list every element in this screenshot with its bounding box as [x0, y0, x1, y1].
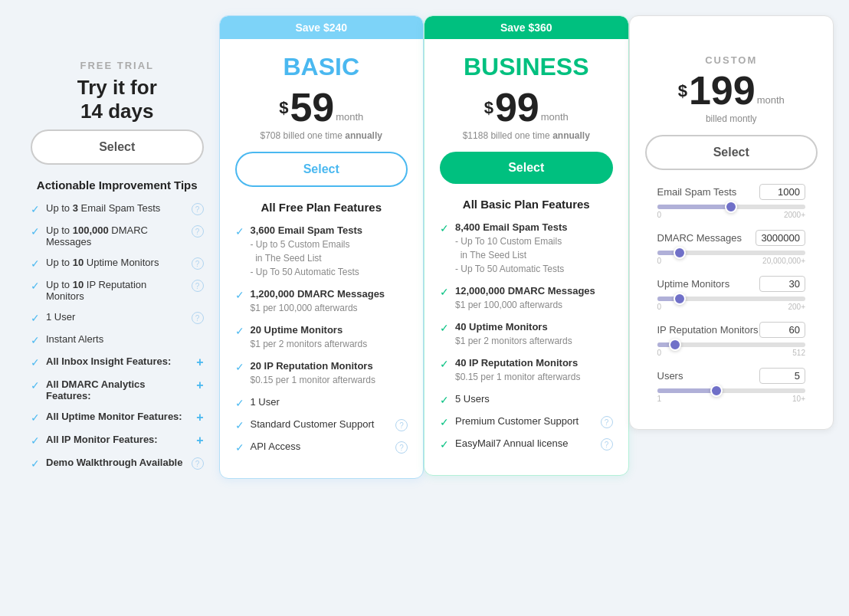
- slider-dmarc-value[interactable]: 3000000: [756, 230, 805, 246]
- business-price-row: $ 99 month: [440, 87, 613, 127]
- list-item: ✓ 40 Uptime Monitors $1 per 2 monitors a…: [440, 321, 613, 348]
- basic-price-dollar: $: [279, 98, 288, 118]
- slider-min: 0: [657, 257, 662, 265]
- slider-ip-rep: IP Reputation Monitors 60 0 512: [657, 322, 806, 357]
- check-icon: ✓: [31, 356, 40, 369]
- feature-label: All Inbox Insight Features:: [46, 356, 190, 367]
- check-icon: ✓: [235, 361, 244, 373]
- help-icon[interactable]: ?: [192, 203, 204, 215]
- feature-label: Demo Walkthrough Available: [46, 457, 185, 468]
- expand-icon[interactable]: +: [196, 356, 203, 369]
- slider-users-value[interactable]: 5: [759, 368, 805, 384]
- check-icon: ✓: [235, 441, 244, 454]
- custom-select-button[interactable]: Select: [645, 135, 818, 170]
- check-icon: ✓: [440, 358, 449, 370]
- expand-icon[interactable]: +: [196, 411, 203, 424]
- basic-price-period: month: [336, 111, 363, 123]
- list-item: ✓ Up to 10 Uptime Monitors ?: [31, 257, 204, 270]
- help-icon[interactable]: ?: [192, 312, 204, 324]
- list-item: ✓ Premium Customer Support ?: [440, 415, 613, 428]
- feature-label: 3,600 Email Spam Tests - Up to 5 Custom …: [251, 224, 408, 279]
- slider-email-spam-thumb[interactable]: [725, 201, 737, 213]
- slider-uptime: Uptime Monitors 30 0 200+: [657, 276, 806, 311]
- slider-email-spam-track[interactable]: [657, 205, 806, 209]
- business-price-dollar: $: [484, 98, 493, 118]
- feature-label: All Uptime Monitor Features:: [46, 411, 190, 422]
- feature-label: API Access: [251, 441, 390, 452]
- feature-label: Up to 10 Uptime Monitors: [46, 257, 185, 268]
- list-item: ✓ All DMARC AnalyticsFeatures: +: [31, 378, 204, 401]
- slider-max: 512: [792, 349, 805, 357]
- help-icon[interactable]: ?: [192, 225, 204, 238]
- free-type-label: FREE TRIAL: [31, 60, 204, 71]
- check-icon: ✓: [235, 225, 244, 238]
- feature-label: EasyMail7 Annual license: [455, 437, 595, 449]
- custom-price-dollar: $: [678, 81, 687, 101]
- slider-users-track[interactable]: [657, 388, 806, 393]
- list-item: ✓ 12,000,000 DMARC Messages $1 per 100,0…: [440, 285, 613, 312]
- business-select-button[interactable]: Select: [440, 152, 613, 184]
- slider-uptime-thumb[interactable]: [674, 293, 686, 305]
- check-icon: ✓: [31, 457, 40, 470]
- feature-label: Up to 10 IP ReputationMonitors: [46, 279, 185, 302]
- list-item: ✓ 20 IP Reputation Monitors $0.15 per 1 …: [235, 360, 408, 387]
- slider-users-thumb[interactable]: [710, 385, 723, 397]
- slider-ip-rep-value[interactable]: 60: [759, 322, 805, 338]
- list-item: ✓ All Uptime Monitor Features: +: [31, 411, 204, 424]
- check-icon: ✓: [440, 222, 449, 234]
- list-item: ✓ 1 User: [235, 396, 408, 409]
- help-icon[interactable]: ?: [601, 416, 613, 428]
- business-price-period: month: [541, 111, 569, 123]
- help-icon[interactable]: ?: [192, 257, 204, 270]
- check-icon: ✓: [31, 411, 40, 424]
- list-item: ✓ 3,600 Email Spam Tests - Up to 5 Custo…: [235, 224, 408, 279]
- feature-label: 40 Uptime Monitors $1 per 2 monitors aft…: [455, 321, 613, 348]
- business-price-amount: 99: [495, 87, 539, 127]
- feature-label: 1,200,000 DMARC Messages $1 per 100,000 …: [251, 288, 408, 315]
- list-item: ✓ API Access ?: [235, 441, 408, 454]
- slider-min: 1: [657, 395, 662, 403]
- slider-uptime-value[interactable]: 30: [759, 276, 805, 292]
- slider-max: 20,000,000+: [762, 257, 805, 265]
- slider-email-spam-fill: [657, 205, 732, 209]
- pricing-container: FREE TRIAL Try it for14 days Select Acti…: [15, 15, 834, 494]
- expand-icon[interactable]: +: [196, 434, 203, 447]
- feature-label: 20 Uptime Monitors $1 per 2 monitors aft…: [251, 324, 408, 351]
- slider-dmarc-track[interactable]: [657, 251, 806, 255]
- basic-price-row: $ 59 month: [235, 87, 408, 127]
- slider-max: 2000+: [784, 211, 805, 219]
- list-item: ✓ Up to 3 Email Spam Tests ?: [31, 202, 204, 215]
- list-item: ✓ Instant Alerts: [31, 333, 204, 346]
- feature-label: Premium Customer Support: [455, 415, 595, 427]
- slider-min: 0: [657, 211, 662, 219]
- slider-uptime-track[interactable]: [657, 297, 806, 301]
- list-item: ✓ 40 IP Reputation Monitors $0.15 per 1 …: [440, 357, 613, 384]
- check-icon: ✓: [31, 225, 40, 238]
- list-item: ✓ 1,200,000 DMARC Messages $1 per 100,00…: [235, 288, 408, 315]
- help-icon[interactable]: ?: [395, 419, 408, 431]
- custom-price-billed: billed montly: [645, 113, 818, 124]
- feature-label: All DMARC AnalyticsFeatures:: [46, 378, 190, 401]
- slider-ip-rep-track[interactable]: [657, 342, 806, 347]
- check-icon: ✓: [31, 203, 40, 215]
- basic-features-title: All Free Plan Features: [235, 201, 408, 214]
- list-item: ✓ 5 Users: [440, 393, 613, 406]
- feature-label: 1 User: [251, 396, 408, 408]
- slider-email-spam-value[interactable]: 1000: [759, 184, 805, 200]
- slider-dmarc-thumb[interactable]: [674, 247, 686, 259]
- feature-label: 12,000,000 DMARC Messages $1 per 100,000…: [455, 285, 613, 312]
- basic-select-button[interactable]: Select: [235, 152, 408, 187]
- slider-ip-rep-label: IP Reputation Monitors: [657, 324, 759, 336]
- help-icon[interactable]: ?: [395, 441, 408, 454]
- help-icon[interactable]: ?: [601, 438, 613, 451]
- slider-section: Email Spam Tests 1000 0 2000+ DMARC Mess…: [645, 184, 818, 403]
- free-features-title: Actionable Improvement Tips: [31, 179, 204, 192]
- check-icon: ✓: [440, 286, 449, 298]
- slider-ip-rep-thumb[interactable]: [669, 339, 681, 351]
- list-item: ✓ EasyMail7 Annual license ?: [440, 437, 613, 451]
- help-icon[interactable]: ?: [192, 280, 204, 292]
- expand-icon[interactable]: +: [196, 378, 203, 392]
- help-icon[interactable]: ?: [192, 457, 204, 470]
- free-select-button[interactable]: Select: [31, 129, 204, 165]
- slider-email-spam-label: Email Spam Tests: [657, 186, 737, 198]
